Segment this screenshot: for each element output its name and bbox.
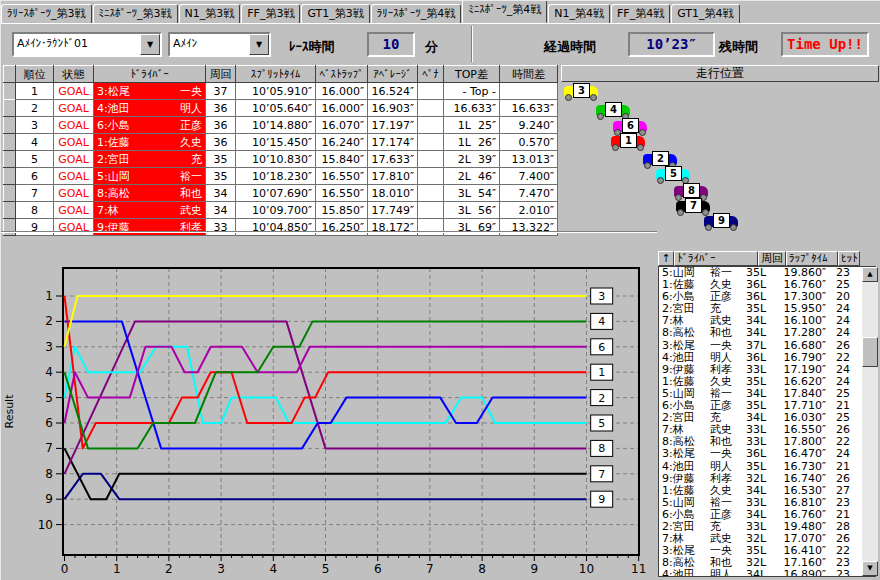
tab-5[interactable]: GT1_第3戦 xyxy=(301,4,369,23)
results-header-2: ﾄﾞﾗｲﾊﾞｰ xyxy=(94,66,206,83)
car-wheel xyxy=(730,224,737,231)
car-icon-5: 5 xyxy=(656,166,690,184)
results-table: 順位状態ﾄﾞﾗｲﾊﾞｰ周回ｽﾌﾟﾘｯﾄﾀｲﾑﾍﾞｽﾄﾗｯﾌﾟｱﾍﾞﾚｰｼﾞﾍﾟﾅ… xyxy=(3,65,558,236)
y-tick-label: 7 xyxy=(45,441,53,455)
penalty-cell xyxy=(418,202,444,219)
rank-cell: 1 xyxy=(16,83,54,100)
lap-driver: 5:山岡 xyxy=(659,388,710,400)
table-row[interactable]: 7GOAL8:高松和也3410’07.690″16.550″18.010″3L … xyxy=(4,185,558,202)
lap-list-row[interactable]: 4:池田明人36L16.790″22 xyxy=(659,352,875,364)
tab-1[interactable]: ﾗﾘｰｽﾎﾟｰﾂ_第3戦 xyxy=(1,4,92,23)
driver-given-name: 正彦 xyxy=(180,118,202,133)
driver-name: 3:松尾一央 xyxy=(97,84,202,99)
x-tick-label: 2 xyxy=(165,562,173,576)
lap-driver-given: 正彦 xyxy=(710,509,746,521)
record-selector[interactable] xyxy=(4,100,16,117)
record-selector[interactable] xyxy=(4,151,16,168)
lap-driver-given: 裕一 xyxy=(710,267,746,279)
lap-driver-given: 一央 xyxy=(710,340,746,352)
car-icon-9: 9 xyxy=(704,213,738,231)
lap-time: 16.740″ xyxy=(772,473,826,485)
top-gap-cell: 1L 26″ xyxy=(444,134,500,151)
split-time-cell: 10’05.640″ xyxy=(236,100,316,117)
tab-9[interactable]: FF_第4戦 xyxy=(611,4,670,23)
table-row[interactable]: 1GOAL3:松尾一央3710’05.910″16.000″16.524″- T… xyxy=(4,83,558,100)
average-cell: 16.903″ xyxy=(368,100,418,117)
lap-time: 16.890″ xyxy=(772,569,826,577)
status-cell: GOAL xyxy=(54,151,94,168)
tab-7[interactable]: ﾐﾆｽﾎﾟｰﾂ_第4戦 xyxy=(462,0,547,23)
record-selector[interactable] xyxy=(4,202,16,219)
table-row[interactable]: 8GOAL7:林武史3410’09.700″15.850″17.749″3L 5… xyxy=(4,202,558,219)
tab-4[interactable]: FF_第3戦 xyxy=(241,4,300,23)
lap-driver-given: 充 xyxy=(710,412,746,424)
lap-hit-count: 22 xyxy=(826,352,852,364)
table-row[interactable]: 5GOAL2:宮田充3510’10.830″15.840″17.633″2L 3… xyxy=(4,151,558,168)
driver-name: 7:林武史 xyxy=(97,203,202,218)
lap-hit-count: 24 xyxy=(826,448,852,460)
lap-time: 16.530″ xyxy=(772,485,826,497)
record-selector[interactable] xyxy=(4,134,16,151)
split-time-cell: 10’05.910″ xyxy=(236,83,316,100)
y-tick-label: 5 xyxy=(45,391,53,405)
tab-8[interactable]: N1_第4戦 xyxy=(548,4,610,23)
x-tick-label: 9 xyxy=(530,562,538,576)
lap-list-scrollbar[interactable]: ▲ ▼ xyxy=(862,267,878,576)
lap-list-header-laptime: ﾗｯﾌﾟﾀｲﾑ xyxy=(786,251,838,266)
remaining-time-label: 残時間 xyxy=(719,38,758,56)
tab-10[interactable]: GT1_第4戦 xyxy=(671,4,739,23)
scroll-down-arrow-icon[interactable]: ▼ xyxy=(862,561,878,576)
record-selector[interactable] xyxy=(4,168,16,185)
record-selector[interactable] xyxy=(4,83,16,100)
lap-list-panel: ↑ ﾄﾞﾗｲﾊﾞｰ 周回 ﾗｯﾌﾟﾀｲﾑ ﾋｯﾄ 5:山岡裕一35L19.860… xyxy=(658,233,879,579)
lap-driver-given: 和也 xyxy=(710,327,746,339)
driver-number-surname: 1:佐藤 xyxy=(97,135,130,150)
lap-list-row[interactable]: 4:池田明人35L16.730″21 xyxy=(659,461,875,473)
scroll-up-arrow-icon[interactable]: ▲ xyxy=(862,267,878,282)
lap-list-row[interactable]: 1:佐藤久史34L16.530″27 xyxy=(659,485,875,497)
lap-driver-given: 武史 xyxy=(710,424,746,436)
time-gap-cell xyxy=(500,83,558,100)
split-time-cell: 10’10.830″ xyxy=(236,151,316,168)
table-row[interactable]: 6GOAL5:山岡裕一3510’18.230″16.550″17.810″2L … xyxy=(4,168,558,185)
lap-driver: 5:山岡 xyxy=(659,267,710,279)
heat-select-dropdown-arrow-icon[interactable]: ▼ xyxy=(249,34,269,55)
record-selector[interactable] xyxy=(4,185,16,202)
table-row[interactable]: 4GOAL1:佐藤久史3610’15.450″16.240″17.174″1L … xyxy=(4,134,558,151)
round-select-dropdown-arrow-icon[interactable]: ▼ xyxy=(140,34,160,55)
tab-6[interactable]: ﾗﾘｰｽﾎﾟｰﾂ_第4戦 xyxy=(371,4,462,23)
status-cell: GOAL xyxy=(54,134,94,151)
table-row[interactable]: 2GOAL4:池田明人3610’05.640″16.000″16.903″16.… xyxy=(4,100,558,117)
lap-driver: 3:松尾 xyxy=(659,448,710,460)
heat-select[interactable]: Aﾒｲﾝ ▼ xyxy=(168,32,271,57)
car-number-plate: 5 xyxy=(665,166,682,181)
time-gap-cell: 7.400″ xyxy=(500,168,558,185)
driver-cell: 7:林武史 xyxy=(94,202,206,219)
lap-list-row[interactable]: 8:高松和也34L17.280″24 xyxy=(659,327,875,339)
round-select[interactable]: Aﾒｲﾝ･ﾗｳﾝﾄﾞ01 ▼ xyxy=(12,32,162,57)
top-gap-cell: 2L 39″ xyxy=(444,151,500,168)
x-tick-label: 7 xyxy=(426,562,434,576)
table-row[interactable]: 3GOAL6:小島正彦3610’14.880″16.070″17.197″1L … xyxy=(4,117,558,134)
car-wheel xyxy=(657,177,664,184)
tab-3[interactable]: N1_第3戦 xyxy=(179,4,241,23)
sort-ascending-button[interactable]: ↑ xyxy=(658,251,674,266)
results-header-row: 順位状態ﾄﾞﾗｲﾊﾞｰ周回ｽﾌﾟﾘｯﾄﾀｲﾑﾍﾞｽﾄﾗｯﾌﾟｱﾍﾞﾚｰｼﾞﾍﾟﾅ… xyxy=(4,66,558,83)
record-selector[interactable] xyxy=(4,117,16,134)
lap-list-row[interactable]: 4:池田明人34L16.890″23 xyxy=(659,569,875,577)
scrollbar-thumb[interactable] xyxy=(862,337,878,367)
lap-driver: 6:小島 xyxy=(659,291,710,303)
lap-list-header-driver: ﾄﾞﾗｲﾊﾞｰ xyxy=(674,251,758,266)
y-tick-label: 9 xyxy=(45,492,53,506)
lap-list-row[interactable]: 9:伊藤利孝32L16.740″26 xyxy=(659,473,875,485)
lap-list-row[interactable]: 3:松尾一央36L16.470″24 xyxy=(659,448,875,460)
penalty-cell xyxy=(418,151,444,168)
lap-driver-given: 久史 xyxy=(710,376,746,388)
car-end-label-3: 3 xyxy=(598,290,605,303)
car-number-plate: 8 xyxy=(683,183,700,198)
lap-driver: 4:池田 xyxy=(659,352,710,364)
race-time-field[interactable]: 10 xyxy=(367,32,415,57)
lap-list-row[interactable]: 3:松尾一央37L16.680″26 xyxy=(659,340,875,352)
race-time-label: ﾚｰｽ時間 xyxy=(289,38,335,56)
tab-2[interactable]: ﾐﾆｽﾎﾟｰﾂ_第3戦 xyxy=(93,4,178,23)
